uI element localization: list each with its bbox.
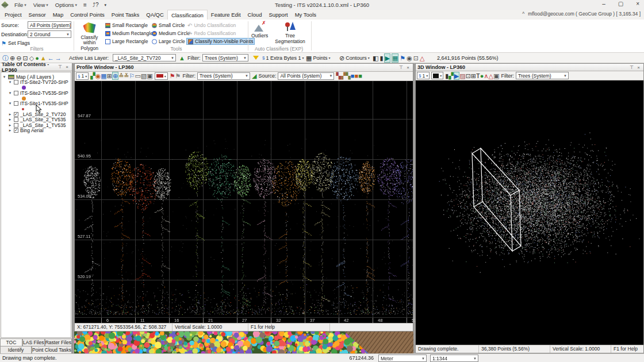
classify-within-polygon-button[interactable]: Classify within Polygon (75, 21, 103, 51)
bar-icon[interactable]: ▮ (379, 54, 383, 62)
tab-point-tasks[interactable]: Point Tasks (108, 10, 143, 20)
warning-icon[interactable]: △ (420, 54, 424, 62)
undo-classification-button[interactable]: ↶Undo Classification (186, 22, 255, 29)
expand-icon[interactable]: ▸ (8, 123, 12, 128)
image-icon[interactable]: ▧ (141, 72, 147, 79)
text-icon[interactable]: T (476, 72, 480, 79)
tab-qa-qc[interactable]: QA/QC (143, 10, 167, 20)
toc-item-map-all-layers-[interactable]: ▾Map ( All Layers ) (2, 74, 71, 80)
options-menu[interactable]: Options▾ (52, 1, 80, 9)
background-color-select[interactable]: ▾ (431, 72, 443, 79)
tab-control-points[interactable]: Control Points (67, 10, 108, 20)
zoom-window-icon[interactable]: ⊡ (22, 54, 28, 62)
export-profile-icon[interactable]: ▲ (40, 54, 47, 62)
quickaccess-chevron-icon[interactable]: ▾ (101, 3, 109, 7)
copy-icon[interactable]: ▣ (493, 72, 499, 79)
panel-tab-identify[interactable]: Identify (0, 346, 32, 353)
close-panel-icon[interactable]: × (635, 65, 642, 70)
classify-non-visible-points-button[interactable]: Classify Non-Visible Points (186, 38, 255, 45)
zoom-window-icon[interactable]: ⊡ (466, 72, 471, 79)
scale-select[interactable]: 1:1344▼ (430, 355, 478, 362)
contours-dropdown[interactable]: ⊘Contours▾ (339, 53, 370, 62)
close-button[interactable]: × (634, 0, 642, 7)
globe-icon[interactable]: ● (35, 54, 39, 62)
map-view-canvas[interactable] (74, 332, 413, 353)
toc-item--las-site-2-tv535[interactable]: ▸_LAS_Site_2_TV535 (2, 117, 71, 123)
pattern-icon[interactable]: ▨ (459, 72, 465, 79)
outliers-button[interactable]: ✗ Outliers (250, 21, 270, 45)
layer-checkbox[interactable] (14, 117, 18, 122)
expand-icon[interactable]: ▾ (2, 75, 6, 79)
play-colored-icon[interactable]: ▶ (384, 53, 390, 63)
active-las-layer-select[interactable]: _LAS_Site_2_TV720▼ (113, 54, 176, 61)
stamp-up-icon[interactable]: ≙ (118, 72, 124, 79)
layer-checkbox[interactable] (14, 101, 18, 106)
points-dropdown[interactable]: ▦Points▾ (306, 53, 330, 62)
profile-layer-icon[interactable]: ▲ (179, 54, 185, 62)
tab-classification[interactable]: Classification (167, 10, 208, 20)
panel-tab-point-cloud-tasks[interactable]: Point Cloud Tasks (32, 346, 72, 353)
tab-cloud[interactable]: Cloud (244, 10, 266, 20)
threed-point-cloud-canvas[interactable] (416, 80, 643, 345)
tool-medium-rectangle[interactable]: Medium Rectangle (105, 30, 153, 37)
tab-sensor[interactable]: Sensor (25, 10, 49, 20)
red-flag-icon[interactable]: ⚑ (170, 72, 175, 79)
threed-view[interactable] (416, 80, 643, 345)
grid-icon[interactable]: ▦ (101, 72, 106, 79)
pin-icon[interactable]: ⊤ (56, 64, 64, 70)
threed-filter-select[interactable]: Trees (System)▼ (516, 72, 569, 79)
toc-item-its-site2-tv720-shp[interactable]: ▾ITS-Site2-TV720-SHP (2, 80, 71, 86)
tab-feature-edit[interactable]: Feature Edit (208, 10, 244, 20)
frame-icon[interactable]: ⊞ (471, 72, 476, 79)
info-icon[interactable]: ⓘ (2, 54, 9, 62)
pin-icon[interactable]: ⊤ (397, 65, 405, 70)
list-icon[interactable]: ≡ (80, 2, 90, 8)
tree-segmentation-button[interactable]: Tree Segmentation (273, 21, 306, 45)
profile-view[interactable]: 547.87540.95534.03527.11520.19 (75, 81, 413, 317)
zoom-out-icon[interactable]: ⊖ (16, 54, 21, 62)
help-cursor-icon[interactable]: ⤴? (90, 2, 102, 8)
layer-checkbox[interactable]: ✓ (14, 112, 18, 117)
tab-support[interactable]: Support (265, 10, 291, 20)
tool-large-rectangle[interactable]: Large Rectangle (105, 38, 153, 45)
layer-checkbox[interactable] (14, 80, 18, 84)
polygon-icon[interactable]: ◇ (29, 54, 34, 62)
class-color-select[interactable]: ▾ (155, 72, 168, 80)
layer-checkbox[interactable] (14, 123, 18, 128)
tab-map[interactable]: Map (49, 10, 67, 20)
toc-item--las-site-1-tv535[interactable]: ▸_LAS_Site_1_TV535 (2, 122, 71, 128)
gear-icon[interactable]: ◉ (407, 54, 412, 62)
source-select[interactable]: All Points (System)▼ (28, 21, 71, 29)
expand-icon[interactable]: ▸ (8, 117, 12, 122)
zoom-window-icon[interactable]: ⊕ (112, 72, 118, 80)
layer-checkbox[interactable] (14, 91, 18, 95)
box-dot-icon[interactable]: ⊡ (413, 54, 419, 62)
toc-item-bing-aerial[interactable]: ▸✓Bing Aerial (2, 128, 71, 134)
stamp-down-icon[interactable]: ≚ (124, 72, 129, 79)
flag-icon[interactable]: ⚑ (400, 54, 405, 62)
measure1-icon[interactable]: ▚ (336, 72, 340, 79)
tool-small-circle[interactable]: Small Circle (152, 22, 190, 29)
tool-medium-circle[interactable]: Medium Circle (152, 30, 190, 37)
tab-project[interactable]: Project (1, 10, 25, 20)
profile-point-cloud-canvas[interactable] (75, 81, 413, 317)
panel-tab-toc[interactable]: TOC (0, 338, 22, 346)
forward-arrow-icon[interactable]: → (55, 54, 62, 62)
axes-icon[interactable]: ∧ (484, 72, 488, 79)
display-mode-select[interactable]: §1▾ (76, 72, 89, 80)
close-panel-icon[interactable]: × (64, 64, 70, 70)
image-icon[interactable]: ▦ (392, 53, 398, 63)
gray-flag-icon[interactable]: ⚑ (175, 72, 181, 79)
classify-source-icon[interactable]: ◢ (252, 72, 256, 80)
destination-select[interactable]: 2 Ground▼ (28, 30, 71, 38)
collapse-ribbon-icon[interactable]: ^ (522, 11, 524, 17)
tool-small-rectangle[interactable]: Small Rectangle (105, 22, 153, 29)
profile-filter-select[interactable]: Trees (System)▼ (197, 72, 250, 80)
expand-icon[interactable]: ▾ (8, 80, 12, 84)
layer-checkbox[interactable]: ✓ (14, 128, 18, 133)
expand-icon[interactable]: ▸ (8, 112, 12, 117)
zoom-in-icon[interactable]: ⊕ (10, 54, 15, 62)
minimize-button[interactable]: – (600, 0, 608, 7)
filter-select[interactable]: Trees (System)▼ (202, 54, 248, 61)
feather-icon[interactable]: ▶ (454, 72, 459, 80)
